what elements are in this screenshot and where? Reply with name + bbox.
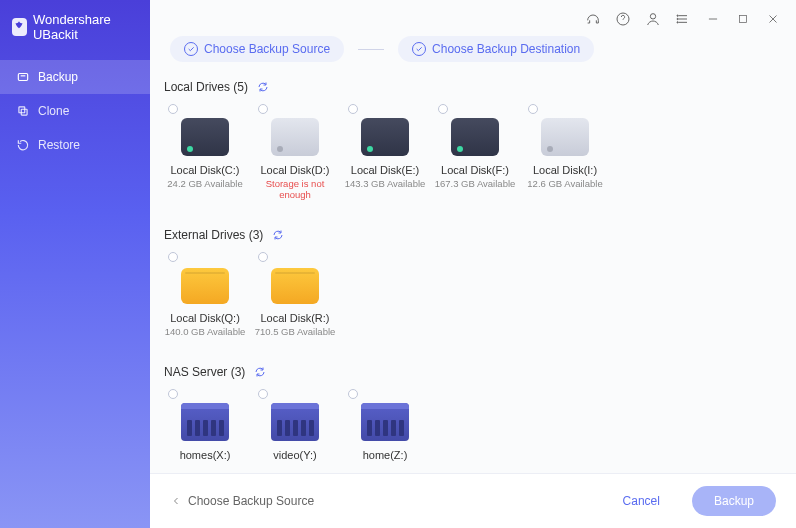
drive-local-e[interactable]: Local Disk(E:) 143.3 GB Available <box>340 104 430 218</box>
hdd-icon <box>268 112 322 156</box>
drive-label: Local Disk(D:) <box>260 164 329 176</box>
drive-sub: 710.5 GB Available <box>255 326 336 337</box>
footer-hint[interactable]: Choose Backup Source <box>170 494 314 508</box>
external-drive-icon <box>178 260 232 304</box>
cancel-button[interactable]: Cancel <box>601 486 682 516</box>
menu-icon[interactable] <box>674 10 692 28</box>
drive-external-r[interactable]: Local Disk(R:) 710.5 GB Available <box>250 252 340 355</box>
radio[interactable] <box>258 389 268 399</box>
nas-drives: homes(X:) video(Y:) home(Z:) <box>160 389 776 473</box>
section-nas-header: NAS Server (3) <box>160 359 776 389</box>
section-local-header: Local Drives (5) <box>160 74 776 104</box>
drive-label: Local Disk(I:) <box>533 164 597 176</box>
drive-label: Local Disk(C:) <box>170 164 239 176</box>
main: Choose Backup Source Choose Backup Desti… <box>150 0 796 528</box>
minimize-icon[interactable] <box>704 10 722 28</box>
hdd-icon <box>358 112 412 156</box>
nas-icon <box>178 397 232 441</box>
radio[interactable] <box>348 389 358 399</box>
content[interactable]: Local Drives (5) Local Disk(C:) 24.2 GB … <box>150 74 796 473</box>
hdd-icon <box>538 112 592 156</box>
radio[interactable] <box>528 104 538 114</box>
section-title: NAS Server (3) <box>164 365 245 379</box>
drive-nas-z[interactable]: home(Z:) <box>340 389 430 473</box>
radio[interactable] <box>168 389 178 399</box>
brand-icon <box>12 18 27 36</box>
footer-hint-text: Choose Backup Source <box>188 494 314 508</box>
nav-label: Clone <box>38 104 69 118</box>
drive-external-q[interactable]: Local Disk(Q:) 140.0 GB Available <box>160 252 250 355</box>
svg-point-7 <box>677 22 678 23</box>
close-icon[interactable] <box>764 10 782 28</box>
drive-sub: Storage is not enough <box>252 178 338 200</box>
check-icon <box>412 42 426 56</box>
drive-label: home(Z:) <box>363 449 408 461</box>
nav-label: Restore <box>38 138 80 152</box>
section-title: External Drives (3) <box>164 228 263 242</box>
titlebar <box>150 0 796 32</box>
drive-sub: 167.3 GB Available <box>435 178 516 189</box>
svg-point-5 <box>677 15 678 16</box>
refresh-icon[interactable] <box>271 228 285 242</box>
step-destination[interactable]: Choose Backup Destination <box>398 36 594 62</box>
drive-local-c[interactable]: Local Disk(C:) 24.2 GB Available <box>160 104 250 218</box>
radio[interactable] <box>258 252 268 262</box>
backup-button[interactable]: Backup <box>692 486 776 516</box>
drive-label: Local Disk(F:) <box>441 164 509 176</box>
drive-label: Local Disk(Q:) <box>170 312 240 324</box>
refresh-icon[interactable] <box>253 365 267 379</box>
section-title: Local Drives (5) <box>164 80 248 94</box>
nav-clone[interactable]: Clone <box>0 94 150 128</box>
step-divider <box>358 49 384 50</box>
drive-nas-y[interactable]: video(Y:) <box>250 389 340 473</box>
account-icon[interactable] <box>644 10 662 28</box>
step-label: Choose Backup Destination <box>432 42 580 56</box>
local-drives: Local Disk(C:) 24.2 GB Available Local D… <box>160 104 776 222</box>
drive-label: Local Disk(R:) <box>260 312 329 324</box>
nav-label: Backup <box>38 70 78 84</box>
footer: Choose Backup Source Cancel Backup <box>150 473 796 528</box>
back-icon <box>170 495 182 507</box>
help-icon[interactable] <box>614 10 632 28</box>
radio[interactable] <box>348 104 358 114</box>
drive-sub: 24.2 GB Available <box>167 178 242 189</box>
drive-sub: 12.6 GB Available <box>527 178 602 189</box>
drive-local-i[interactable]: Local Disk(I:) 12.6 GB Available <box>520 104 610 218</box>
steps: Choose Backup Source Choose Backup Desti… <box>150 32 796 74</box>
radio[interactable] <box>168 104 178 114</box>
svg-point-4 <box>650 14 655 19</box>
drive-nas-x[interactable]: homes(X:) <box>160 389 250 473</box>
hdd-icon <box>178 112 232 156</box>
drive-label: homes(X:) <box>180 449 231 461</box>
svg-rect-8 <box>740 16 747 23</box>
drive-local-d[interactable]: Local Disk(D:) Storage is not enough <box>250 104 340 218</box>
support-icon[interactable] <box>584 10 602 28</box>
svg-point-6 <box>677 18 678 19</box>
nas-icon <box>268 397 322 441</box>
nav-backup[interactable]: Backup <box>0 60 150 94</box>
section-external-header: External Drives (3) <box>160 222 776 252</box>
nas-icon <box>358 397 412 441</box>
drive-label: video(Y:) <box>273 449 316 461</box>
step-source[interactable]: Choose Backup Source <box>170 36 344 62</box>
maximize-icon[interactable] <box>734 10 752 28</box>
drive-local-f[interactable]: Local Disk(F:) 167.3 GB Available <box>430 104 520 218</box>
svg-rect-0 <box>18 74 27 81</box>
radio[interactable] <box>168 252 178 262</box>
radio[interactable] <box>438 104 448 114</box>
sidebar: Wondershare UBackit Backup Clone Restore <box>0 0 150 528</box>
restore-icon <box>16 138 30 152</box>
refresh-icon[interactable] <box>256 80 270 94</box>
drive-label: Local Disk(E:) <box>351 164 419 176</box>
brand-name: Wondershare UBackit <box>33 12 138 42</box>
check-icon <box>184 42 198 56</box>
brand: Wondershare UBackit <box>0 8 150 60</box>
drive-sub: 140.0 GB Available <box>165 326 246 337</box>
drive-sub: 143.3 GB Available <box>345 178 426 189</box>
step-label: Choose Backup Source <box>204 42 330 56</box>
clone-icon <box>16 104 30 118</box>
backup-icon <box>16 70 30 84</box>
radio[interactable] <box>258 104 268 114</box>
nav-restore[interactable]: Restore <box>0 128 150 162</box>
external-drives: Local Disk(Q:) 140.0 GB Available Local … <box>160 252 776 359</box>
